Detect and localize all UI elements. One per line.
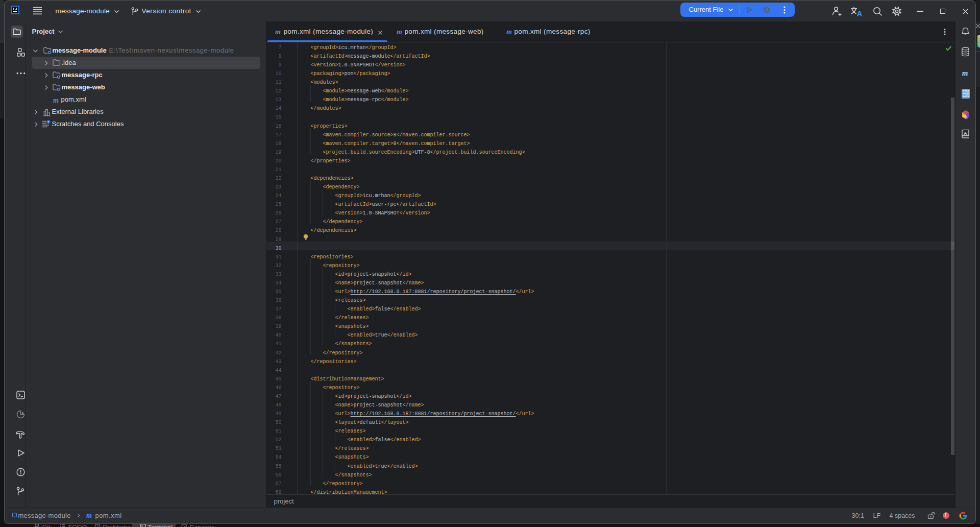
svg-text:L: L <box>966 115 968 119</box>
svg-text:A: A <box>964 131 967 136</box>
svg-text:A: A <box>856 9 862 17</box>
